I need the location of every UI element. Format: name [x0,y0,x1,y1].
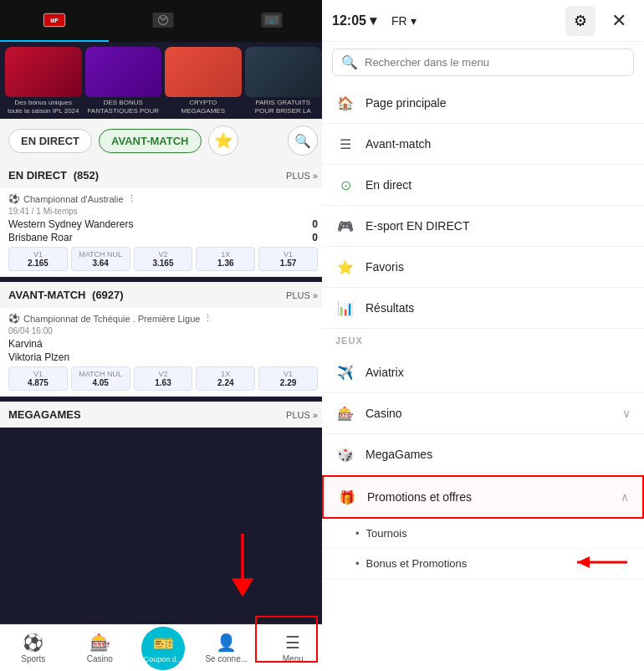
coupon-icon: 🎫 [153,633,174,653]
casino-icon: 🎰 [89,633,110,653]
live-plus-btn[interactable]: PLUS » [286,171,318,181]
megagames-header: MEGAGAMES PLUS » [0,402,326,428]
down-arrow-annotation [217,534,268,604]
menu-item-aviatrix[interactable]: ✈️ Aviatrix [322,352,644,393]
bottom-nav-coupon[interactable]: 🎫 Coupon d... [141,627,185,670]
menu-item-promotions[interactable]: 🎁 Promotions et offres ∧ [322,475,644,519]
coupon-label: Coupon d... [144,655,183,663]
time-display[interactable]: 12:05 ▾ [332,13,376,28]
settings-button[interactable]: ⚙ [565,6,595,36]
top-tab-logo[interactable]: MP [0,0,109,42]
avant-match-header: AVANT-MATCH (6927) PLUS » [0,282,326,308]
banner-ipl-text: Des bonus uniques toute la saison IPL 20… [5,97,82,114]
live-odds-row: V1 2.165 MATCH NUL 3.64 V2 3.165 1X 1.36… [8,247,318,271]
menu-item-megagames[interactable]: 🎲 MegaGames [322,434,644,475]
megagames-menu-icon: 🎲 [335,444,355,464]
menu-item-resultats-label: Résultats [365,301,631,315]
svg-text:📺: 📺 [269,18,275,24]
lang-value: FR [391,14,407,28]
menu-item-resultats[interactable]: 📊 Résultats [322,288,644,329]
team-row-1: Western Sydney Wanderers 0 [8,218,318,230]
odd-nul[interactable]: MATCH NUL 3.64 [71,247,130,271]
bonus-arrow-annotation [569,550,636,578]
banner-crypto[interactable]: CRYPTO MEGAGAMES [165,47,242,114]
bottom-nav-connect[interactable]: 👤 Se conne... [193,625,260,671]
time-value: 12:05 [332,13,366,28]
avant-match-plus-btn[interactable]: PLUS » [286,290,318,300]
search-bar[interactable]: 🔍 [332,49,634,76]
menu-item-casino[interactable]: 🎰 Casino ∨ [322,393,644,434]
casino-menu-icon: 🎰 [335,403,355,423]
aviatrix-icon: ✈️ [335,362,355,382]
avant-match-time: 06/04 16:00 [8,326,318,336]
bottom-nav-casino[interactable]: 🎰 Casino [67,625,134,671]
banner-bonus-text: DES BONUS FANTASTIQUES POUR LES PARIS SP… [85,97,162,114]
avant-odd-v1[interactable]: V1 4.875 [8,366,68,391]
banners: Des bonus uniques toute la saison IPL 20… [0,42,326,119]
live-section-title: EN DIRECT (852) [8,169,99,182]
odd-v1[interactable]: V1 2.165 [8,247,68,271]
resultats-icon: 📊 [335,298,355,318]
avant-team-row-1: Karviná [8,338,318,350]
menu-item-esport[interactable]: 🎮 E-sport EN DIRECT [322,206,644,247]
megagames-title: MEGAGAMES [8,408,81,421]
menu-item-en-direct[interactable]: ⊙ En direct [322,165,644,206]
avant-odd-v2[interactable]: V2 1.63 [134,366,193,391]
bottom-nav-menu[interactable]: ☰ Menu [260,625,327,671]
sports-icon: ⚽ [23,633,43,653]
avant-odd-nul[interactable]: MATCH NUL 4.05 [71,366,130,391]
live-match-header: ⚽ Championnat d'Australie ⋮ [8,193,318,204]
banner-bonus[interactable]: DES BONUS FANTASTIQUES POUR LES PARIS SP… [85,47,162,114]
menu-item-direct-label: En direct [365,178,631,192]
menu-item-casino-label: Casino [365,407,612,420]
menu-item-avant-label: Avant-match [365,137,631,151]
menu-sub-tournois[interactable]: Tournois [322,519,644,549]
avant-match-league: ⚽ Championnat de Tchéquie . Première Lig… [8,313,212,324]
lang-display[interactable]: FR ▾ [391,14,417,28]
en-direct-btn[interactable]: EN DIRECT [8,129,92,153]
left-panel: MP 📺 Des bonus uniques toute la saison I… [0,0,326,671]
close-button[interactable]: ✕ [604,6,634,36]
jeux-section-label: JEUX [322,329,644,352]
top-tab-sports[interactable] [109,0,217,42]
connect-icon: 👤 [216,633,237,653]
live-section: EN DIRECT (852) PLUS » ⚽ Championnat d'A… [0,162,326,277]
svg-marker-8 [232,578,254,597]
more-icon[interactable]: ⋮ [127,193,136,204]
banner-ipl[interactable]: Des bonus uniques toute la saison IPL 20… [5,47,82,114]
banner-paris-text: PARIS GRATUITS POUR BRISER LA GLACE [245,97,322,114]
search-input[interactable] [365,56,625,69]
top-tab-live[interactable]: 📺 [217,0,326,42]
menu-item-megagames-label: MegaGames [365,448,631,461]
banner-crypto-text: CRYPTO MEGAGAMES [165,97,242,114]
home-icon: 🏠 [335,93,355,113]
avant-odd-1x[interactable]: 1X 2.24 [196,366,255,391]
favoris-icon: ⭐ [335,257,355,277]
avant-match-btn[interactable]: AVANT-MATCH [99,129,201,153]
avant-match-card: ⚽ Championnat de Tchéquie . Première Lig… [0,308,326,397]
search-icon: 🔍 [341,54,358,70]
casino-expand-icon: ∨ [622,407,631,420]
team-row-2: Brisbane Roar 0 [8,232,318,243]
bottom-nav: ⚽ Sports 🎰 Casino 🎫 Coupon d... 👤 Se con… [0,624,326,671]
menu-item-esport-label: E-sport EN DIRECT [365,219,631,233]
more-icon-2[interactable]: ⋮ [203,313,212,324]
odd-v1b[interactable]: V1 1.57 [258,247,318,271]
odd-1x[interactable]: 1X 1.36 [196,247,255,271]
avant-odd-v1b[interactable]: V1 2.29 [258,366,318,391]
odd-v2[interactable]: V2 3.165 [134,247,193,271]
svg-marker-10 [577,556,590,568]
bottom-nav-sports[interactable]: ⚽ Sports [0,625,67,671]
menu-item-avant-match[interactable]: ☰ Avant-match [322,124,644,165]
menu-item-home[interactable]: 🏠 Page principale [322,83,644,124]
nav-buttons: EN DIRECT AVANT-MATCH ⭐ 🔍 [0,119,326,162]
avant-match-section: AVANT-MATCH (6927) PLUS » ⚽ Championnat … [0,282,326,397]
top-tabs: MP 📺 [0,0,326,42]
menu-item-favoris[interactable]: ⭐ Favoris [322,247,644,288]
favorites-btn[interactable]: ⭐ [208,125,238,156]
megagames-plus-btn[interactable]: PLUS » [286,410,318,420]
menu-item-favoris-label: Favoris [365,260,631,274]
banner-paris[interactable]: PARIS GRATUITS POUR BRISER LA GLACE [245,47,322,114]
lang-chevron: ▾ [411,14,417,28]
search-btn[interactable]: 🔍 [288,125,318,156]
